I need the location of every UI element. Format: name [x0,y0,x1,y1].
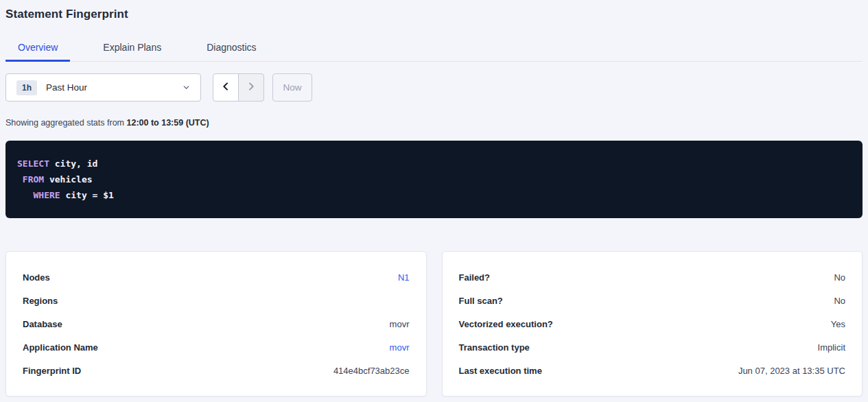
detail-value-link[interactable]: N1 [398,272,410,283]
sql-keyword: FROM [23,174,44,185]
detail-label: Full scan? [459,296,503,306]
sql-text: city = $1 [60,190,114,200]
tab-diagnostics[interactable]: Diagnostics [194,37,268,62]
page-title: Statement Fingerprint [5,0,863,21]
detail-row: Full scan?No [459,289,846,312]
detail-row: Last execution timeJun 07, 2023 at 13:35… [459,359,846,382]
time-range-arrows [213,73,264,102]
chevron-right-icon [246,81,257,94]
detail-row: Databasemovr [23,312,410,335]
tab-explain-plans[interactable]: Explain Plans [91,37,174,62]
sql-text: vehicles [44,174,92,185]
detail-row: Vectorized execution?Yes [459,312,846,335]
next-time-range-button[interactable] [238,73,264,102]
stats-time-range: 12:00 to 13:59 (UTC) [127,118,209,128]
detail-label: Last execution time [459,366,542,376]
chevron-left-icon [220,81,231,94]
sql-text [17,190,33,200]
detail-row: Fingerprint ID414e4bcf73ab23ce [23,359,410,382]
previous-time-range-button[interactable] [213,73,239,102]
tab-bar: OverviewExplain PlansDiagnostics [5,37,863,62]
detail-row: Transaction typeImplicit [459,335,846,359]
sql-statement-box: SELECT city, id FROM vehicles WHERE city… [5,141,863,218]
detail-label: Regions [23,296,58,306]
page-container: Statement Fingerprint OverviewExplain Pl… [0,0,868,397]
time-toolbar: 1h Past Hour Now [5,73,863,102]
interval-badge: 1h [16,80,37,95]
detail-value: No [834,296,845,306]
detail-label: Failed? [459,272,491,283]
detail-value: movr [390,319,410,329]
sql-line: WHERE city = $1 [17,187,851,203]
aggregated-stats-line: Showing aggregated stats from 12:00 to 1… [5,118,863,128]
sql-text: city, id [49,158,97,169]
interval-label: Past Hour [46,82,182,93]
sql-text [17,174,23,185]
detail-row: Failed?No [459,265,846,289]
detail-row: Regions [23,289,410,312]
detail-row: Application Namemovr [23,335,410,359]
detail-row: NodesN1 [23,265,410,289]
detail-label: Application Name [23,342,98,353]
detail-value-link[interactable]: movr [390,342,410,353]
chevron-down-icon [182,83,191,92]
details-cards: NodesN1RegionsDatabasemovrApplication Na… [5,251,863,397]
detail-label: Transaction type [459,342,530,353]
detail-label: Nodes [23,272,50,283]
sql-keyword: WHERE [33,190,60,200]
sql-line: FROM vehicles [17,172,851,187]
execution-attributes-card: Failed?NoFull scan?NoVectorized executio… [442,251,863,397]
now-button[interactable]: Now [272,73,312,102]
detail-label: Vectorized execution? [459,319,553,329]
detail-value: No [834,272,845,283]
tab-overview[interactable]: Overview [5,37,70,62]
statement-details-card: NodesN1RegionsDatabasemovrApplication Na… [5,251,427,397]
detail-value: 414e4bcf73ab23ce [333,366,410,376]
detail-value: Implicit [818,342,845,353]
sql-keyword: SELECT [17,158,49,169]
detail-label: Fingerprint ID [23,366,81,376]
stats-prefix: Showing aggregated stats from [5,118,127,128]
detail-value: Jun 07, 2023 at 13:35 UTC [738,366,845,376]
detail-value: Yes [831,319,845,329]
time-interval-dropdown[interactable]: 1h Past Hour [5,73,201,102]
detail-label: Database [23,319,62,329]
sql-line: SELECT city, id [17,156,851,172]
